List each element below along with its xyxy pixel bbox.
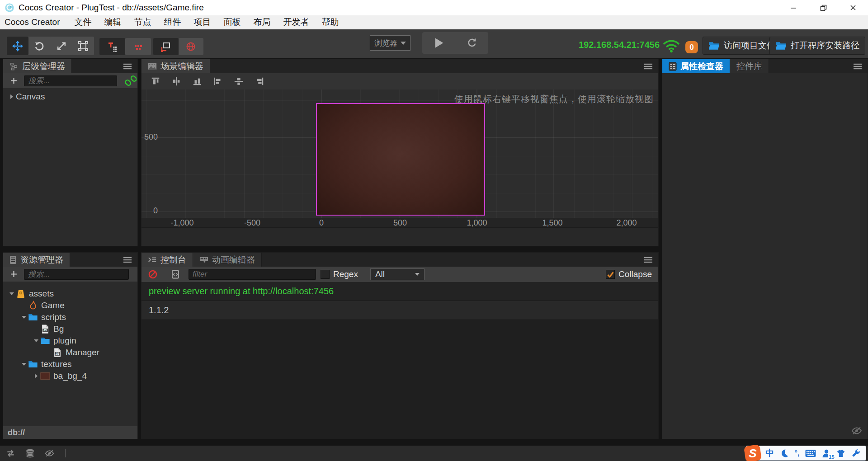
tab-hierarchy[interactable]: 层级管理器 (3, 59, 72, 73)
console-panel: 控制台 动画编辑器 Regex All (141, 252, 659, 439)
tree-arrow-spacer (20, 300, 28, 311)
hierarchy-menu-icon[interactable] (123, 63, 132, 70)
regex-checkbox[interactable] (321, 270, 330, 279)
minimize-button[interactable] (778, 0, 808, 15)
menu-item-8[interactable]: 开发者 (277, 15, 316, 29)
move-tool-button[interactable] (7, 37, 28, 55)
hierarchy-tab-label: 层级管理器 (22, 61, 65, 72)
preview-target-select[interactable]: 浏览器 (370, 35, 410, 51)
ime-punctuation-toggle[interactable]: °, (794, 449, 799, 457)
ime-skin-icon[interactable] (836, 449, 845, 458)
menu-item-9[interactable]: 帮助 (316, 15, 345, 29)
align-bottom-button[interactable] (191, 76, 203, 86)
tab-inspector[interactable]: 属性检查器 (662, 59, 730, 73)
log-level-select[interactable]: All (370, 268, 425, 280)
assets-row-assets[interactable]: assets (3, 288, 137, 300)
hierarchy-row-canvas[interactable]: Canvas (3, 91, 137, 103)
world-coordinate-button[interactable] (179, 38, 204, 55)
menu-item-3[interactable]: 节点 (128, 15, 158, 29)
console-menu-icon[interactable] (644, 257, 653, 263)
open-install-path-button[interactable]: 打开程序安装路径 (769, 37, 865, 55)
tab-console[interactable]: 控制台 (142, 253, 193, 267)
console-log-row-0[interactable]: preview server running at http://localho… (142, 282, 658, 301)
menu-item-1[interactable]: 文件 (68, 15, 98, 29)
pivot-icon (107, 41, 118, 52)
eye-off-icon[interactable] (851, 426, 862, 435)
align-right-button[interactable] (254, 76, 265, 86)
menu-item-5[interactable]: 项目 (188, 15, 217, 29)
scene-panel: 场景编辑器 (141, 59, 659, 246)
menu-item-0[interactable]: Cocos Creator (0, 15, 68, 29)
assets-row-textures[interactable]: textures (3, 358, 137, 370)
assets-row-ba_bg_4[interactable]: ba_bg_4 (3, 370, 137, 382)
scene-canvas-bounds[interactable] (316, 103, 485, 216)
tree-expand-arrow-icon[interactable] (32, 335, 40, 347)
align-vertical-center-button[interactable] (170, 76, 182, 86)
log-level-value: All (375, 269, 385, 279)
tree-expand-arrow-icon[interactable] (8, 288, 16, 300)
rotate-tool-button[interactable] (28, 37, 50, 55)
local-coordinate-button[interactable] (153, 38, 179, 55)
collapse-checkbox[interactable] (606, 270, 615, 279)
scene-x-ruler-label: -500 (244, 218, 260, 228)
tree-expand-arrow-icon[interactable] (20, 311, 28, 323)
sogou-logo-icon[interactable]: S (744, 444, 762, 461)
refresh-button[interactable] (455, 32, 488, 54)
animation-tab-label: 动画编辑器 (212, 254, 255, 266)
play-button[interactable] (422, 32, 455, 54)
align-horizontal-center-button[interactable] (233, 76, 245, 86)
align-left-button[interactable] (212, 76, 224, 86)
pivot-mode-button[interactable] (99, 38, 125, 55)
ime-settings-wrench-icon[interactable] (851, 449, 860, 458)
ime-mode-toggle[interactable]: 中 (765, 447, 774, 459)
rect-tool-button[interactable] (72, 37, 94, 55)
assets-row-manager[interactable]: JSManager (3, 347, 137, 358)
sync-icon[interactable] (6, 449, 15, 458)
ime-keyboard-icon[interactable] (805, 449, 816, 457)
assets-menu-icon[interactable] (123, 257, 132, 263)
anchor-mode-button[interactable] (125, 38, 151, 55)
menu-item-7[interactable]: 布局 (247, 15, 277, 29)
assets-row-game[interactable]: Game (3, 300, 137, 311)
menu-item-4[interactable]: 组件 (158, 15, 188, 29)
link-icon[interactable] (125, 75, 137, 86)
assets-search-input[interactable] (24, 269, 129, 280)
scene-x-ruler-label: 500 (393, 218, 407, 228)
tab-widget-library[interactable]: 控件库 (730, 59, 769, 73)
inspector-menu-icon[interactable] (853, 63, 862, 70)
assets-cabinet-icon (9, 255, 17, 264)
menu-item-2[interactable]: 编辑 (98, 15, 128, 29)
tree-expand-arrow-icon[interactable] (8, 91, 16, 103)
scale-tool-button[interactable] (51, 37, 72, 55)
assets-row-plugin[interactable]: plugin (3, 335, 137, 347)
ime-account-icon[interactable]: 15 (822, 449, 831, 458)
tab-animation[interactable]: 动画编辑器 (193, 253, 262, 267)
database-icon[interactable] (25, 449, 35, 458)
assets-add-button[interactable] (3, 271, 24, 278)
tab-assets[interactable]: 资源管理器 (3, 253, 70, 267)
restore-button[interactable] (808, 0, 838, 15)
tree-item-label: scripts (41, 312, 66, 322)
console-log-row-1[interactable]: 1.1.2 (142, 301, 658, 320)
hierarchy-add-node-button[interactable] (3, 77, 24, 84)
align-top-button[interactable] (150, 76, 161, 86)
scene-viewport[interactable]: 使用鼠标右键平移视窗焦点，使用滚轮缩放视图 5000 -1,000-500050… (142, 89, 658, 246)
eye-off-icon[interactable] (45, 449, 54, 458)
close-button[interactable] (838, 0, 868, 15)
console-filter-input[interactable] (189, 269, 316, 280)
wifi-icon (661, 38, 681, 53)
clear-console-button[interactable] (148, 270, 157, 279)
assets-toolrow (3, 267, 137, 282)
inspector-body (662, 73, 868, 439)
tab-scene[interactable]: 场景编辑器 (142, 59, 210, 73)
ime-fullwidth-icon[interactable] (780, 449, 789, 458)
tree-expand-arrow-icon[interactable] (20, 358, 28, 370)
tree-expand-arrow-icon[interactable] (32, 370, 40, 382)
scene-menu-icon[interactable] (644, 63, 653, 70)
menu-item-6[interactable]: 面板 (217, 15, 247, 29)
assets-row-bg[interactable]: JSBg (3, 323, 137, 335)
open-log-file-button[interactable] (171, 270, 180, 279)
hierarchy-search-input[interactable] (24, 75, 117, 86)
assets-row-scripts[interactable]: scripts (3, 311, 137, 323)
tree-item-label: Game (41, 301, 65, 310)
